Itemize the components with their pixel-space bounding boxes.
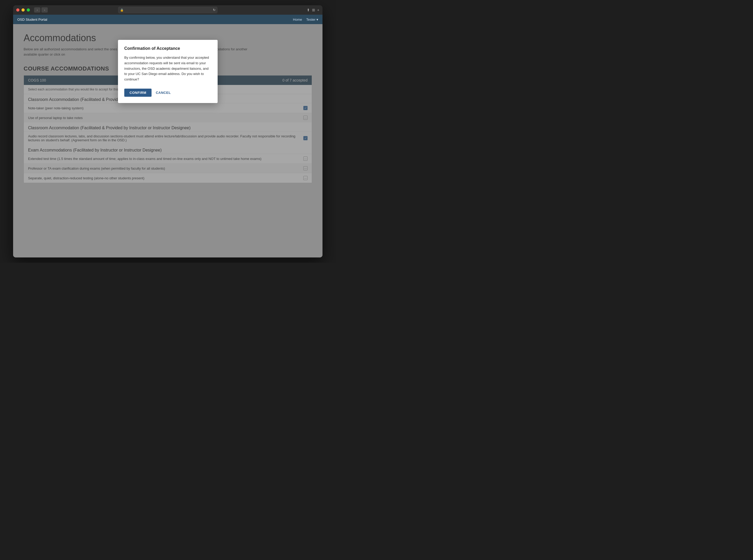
modal-actions: CONFIRM CANCEL bbox=[124, 88, 211, 97]
nav-buttons: ‹ › bbox=[34, 7, 48, 13]
modal-body: By confirming below, you understand that… bbox=[124, 55, 211, 82]
site-logo: OSD Student Portal bbox=[17, 18, 47, 21]
new-tab-icon[interactable]: + bbox=[317, 8, 319, 12]
site-nav: Home Tester ▾ bbox=[293, 18, 318, 21]
home-link[interactable]: Home bbox=[293, 18, 302, 21]
minimize-button[interactable] bbox=[21, 8, 25, 12]
tab-icon[interactable]: ⊞ bbox=[312, 8, 315, 12]
share-icon[interactable]: ⬆ bbox=[307, 8, 310, 12]
forward-button[interactable]: › bbox=[41, 7, 48, 13]
site-header: OSD Student Portal Home Tester ▾ bbox=[13, 15, 322, 24]
maximize-button[interactable] bbox=[27, 8, 30, 12]
back-button[interactable]: ‹ bbox=[34, 7, 40, 13]
modal-overlay: Confirmation of Acceptance By confirming… bbox=[13, 24, 322, 257]
modal-dialog: Confirmation of Acceptance By confirming… bbox=[118, 40, 218, 103]
modal-title: Confirmation of Acceptance bbox=[124, 46, 211, 51]
cancel-button[interactable]: CANCEL bbox=[155, 88, 172, 97]
address-bar-container: 🔒 ↻ bbox=[118, 6, 218, 13]
address-bar[interactable]: 🔒 ↻ bbox=[118, 6, 218, 13]
user-menu[interactable]: Tester ▾ bbox=[306, 18, 318, 21]
close-button[interactable] bbox=[16, 8, 19, 12]
titlebar-actions: ⬆ ⊞ + bbox=[307, 8, 319, 12]
titlebar: ‹ › 🔒 ↻ ⬆ ⊞ + bbox=[13, 5, 322, 15]
main-content: Accommodations Below are all authorized … bbox=[13, 24, 322, 257]
browser-window: ‹ › 🔒 ↻ ⬆ ⊞ + OSD Student Portal Home Te… bbox=[13, 5, 322, 257]
lock-icon: 🔒 bbox=[120, 8, 124, 12]
reload-icon[interactable]: ↻ bbox=[213, 8, 216, 12]
confirm-button[interactable]: CONFIRM bbox=[124, 88, 152, 97]
